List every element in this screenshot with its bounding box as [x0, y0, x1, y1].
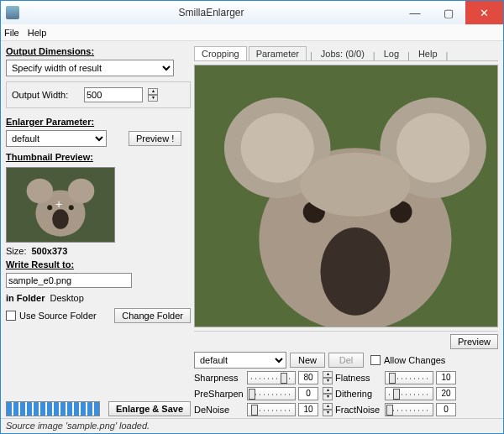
fractnoise-value[interactable]: 0 [436, 403, 456, 416]
tab-cropping[interactable]: Cropping [194, 46, 247, 60]
close-button[interactable]: ✕ [465, 1, 503, 24]
preview-image[interactable] [194, 65, 498, 327]
flatness-slider[interactable] [385, 371, 433, 384]
output-dimensions-heading: Output Dimensions: [6, 46, 191, 56]
window-title: SmillaEnlarger [24, 7, 398, 18]
new-preset-button[interactable]: New [290, 353, 325, 368]
output-width-label: Output Width: [12, 90, 79, 100]
enlarger-parameter-heading: Enlarger Parameter: [6, 117, 191, 127]
fractnoise-label: FractNoise [335, 405, 382, 415]
flatness-value[interactable]: 10 [436, 371, 456, 384]
maximize-button[interactable]: ▢ [432, 1, 465, 24]
tab-parameter[interactable]: Parameter [249, 46, 307, 60]
tab-log[interactable]: Log [379, 47, 404, 60]
del-preset-button[interactable]: Del [328, 353, 364, 368]
menubar: File Help [1, 24, 503, 41]
progress-bar [6, 401, 100, 416]
change-folder-button[interactable]: Change Folder [114, 308, 191, 323]
output-width-spinner[interactable]: ▴▾ [148, 88, 158, 102]
dithering-value[interactable]: 20 [436, 387, 456, 400]
denoise-label: DeNoise [194, 405, 244, 415]
size-label: Size: [6, 246, 26, 256]
status-bar: Source image 'sample.png' loaded. [1, 418, 503, 433]
in-folder-label: in Folder [6, 293, 45, 303]
tab-bar: Cropping Parameter | Jobs: (0/0) | Log |… [194, 44, 498, 61]
presharpen-value[interactable]: 0 [298, 387, 318, 400]
folder-name: Desktop [50, 293, 83, 303]
menu-file[interactable]: File [4, 28, 19, 38]
use-source-folder-checkbox[interactable] [6, 311, 16, 321]
allow-changes-checkbox[interactable] [370, 355, 381, 365]
thumbnail-preview-heading: Thumbnail Preview: [6, 152, 191, 162]
enlarge-save-button[interactable]: Enlarge & Save [108, 401, 191, 416]
minimize-button[interactable]: — [398, 1, 432, 24]
sharpness-spinner[interactable]: ▴▾ [323, 371, 333, 384]
use-source-folder-label: Use Source Folder [19, 311, 97, 321]
flatness-label: Flatness [335, 373, 382, 383]
presharpen-slider[interactable] [247, 387, 296, 400]
app-icon [6, 6, 19, 19]
fractnoise-slider[interactable] [385, 403, 433, 416]
sharpness-slider[interactable] [247, 371, 296, 384]
app-window: SmillaEnlarger — ▢ ✕ File Help Output Di… [0, 0, 504, 434]
thumbnail-image[interactable] [6, 167, 115, 243]
preview-thumb-button[interactable]: Preview ! [129, 131, 181, 146]
preview-button[interactable]: Preview [450, 334, 498, 349]
output-width-input[interactable] [84, 87, 143, 102]
allow-changes-label: Allow Changes [384, 355, 445, 365]
presharpen-spinner[interactable]: ▴▾ [323, 387, 333, 400]
denoise-value[interactable]: 10 [298, 403, 318, 416]
menu-help[interactable]: Help [28, 28, 47, 38]
titlebar: SmillaEnlarger — ▢ ✕ [1, 1, 503, 24]
filename-input[interactable] [6, 273, 132, 288]
dithering-slider[interactable] [385, 387, 433, 400]
write-result-heading: Write Result to: [6, 259, 191, 269]
right-preset-select[interactable]: default [194, 352, 286, 369]
denoise-spinner[interactable]: ▴▾ [323, 403, 333, 416]
sharpness-value[interactable]: 80 [298, 371, 318, 384]
dimension-mode-select[interactable]: Specify width of result [6, 60, 174, 76]
tab-jobs[interactable]: Jobs: (0/0) [316, 47, 370, 60]
sharpness-label: Sharpness [194, 373, 244, 383]
presharpen-label: PreSharpen [194, 389, 244, 399]
size-value: 500x373 [31, 246, 67, 256]
denoise-slider[interactable] [247, 403, 296, 416]
param-preset-select[interactable]: default [6, 130, 107, 147]
tab-help[interactable]: Help [413, 47, 443, 60]
dithering-label: Dithering [335, 389, 382, 399]
